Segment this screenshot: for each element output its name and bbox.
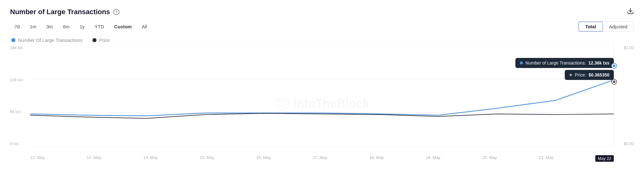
- tooltip-large-tx: Number of Large Transactions: 12.36k txs: [515, 58, 614, 68]
- y-right-0: $0.00: [614, 141, 634, 146]
- filter-1m[interactable]: 1m: [25, 22, 41, 31]
- x-label-15may: 15. May: [200, 155, 214, 162]
- tooltip-price-value: $0.365350: [589, 72, 609, 77]
- filter-6m[interactable]: 6m: [58, 22, 74, 31]
- legend-label-price: Price: [99, 37, 110, 43]
- help-icon[interactable]: ?: [113, 9, 119, 15]
- controls-row: 7d 1m 3m 6m 1y YTD Custom All Total Adju…: [10, 21, 634, 32]
- tooltip-dot-dark: [569, 73, 572, 76]
- tooltip-price: Price: $0.365350: [565, 70, 614, 80]
- chart-area: 18k txs 12k txs 6k txs 0 txs $1.00 $0.00: [10, 45, 634, 168]
- tooltip-large-tx-label: Number of Large Transactions:: [525, 60, 586, 65]
- filter-3m[interactable]: 3m: [42, 22, 58, 31]
- legend-dot-dark: [92, 38, 97, 42]
- y-right-1: $1.00: [614, 45, 634, 50]
- filter-all[interactable]: All: [137, 22, 152, 31]
- x-label-17may: 17. May: [313, 155, 327, 162]
- chart-container: Number of Large Transactions ? 7d 1m 3m …: [0, 0, 644, 192]
- tooltip-price-label: Price:: [575, 72, 586, 77]
- x-label-20may: 20. May: [482, 155, 497, 162]
- y-axis-left: 18k txs 12k txs 6k txs 0 txs: [10, 45, 30, 146]
- y-label-18k: 18k txs: [10, 45, 30, 50]
- legend-label-large-tx: Number Of Large Transactions: [18, 37, 82, 43]
- x-label-18may: 18. May: [369, 155, 384, 162]
- tooltip-container: Number of Large Transactions: 12.36k txs…: [515, 58, 614, 80]
- filter-7d[interactable]: 7d: [10, 22, 24, 31]
- tooltip-dot-blue: [520, 61, 523, 65]
- tooltip-large-tx-value: 12.36k txs: [588, 60, 609, 65]
- legend-price: Price: [92, 37, 110, 43]
- view-adjusted[interactable]: Adjusted: [603, 22, 634, 31]
- download-button[interactable]: [627, 8, 634, 16]
- x-axis: 12. May 13. May 14. May 15. May 16. May …: [30, 155, 614, 162]
- x-label-12may: 12. May: [30, 155, 45, 162]
- view-toggle: Total Adjusted: [578, 21, 634, 32]
- x-label-21may: 21. May: [539, 155, 553, 162]
- header-row: Number of Large Transactions ?: [10, 8, 634, 16]
- y-label-0: 0 txs: [10, 141, 30, 146]
- time-filters: 7d 1m 3m 6m 1y YTD Custom All: [10, 22, 152, 31]
- x-label-13may: 13. May: [87, 155, 101, 162]
- x-label-22may: May 22: [595, 155, 614, 162]
- filter-custom[interactable]: Custom: [110, 22, 136, 31]
- x-label-14may: 14. May: [143, 155, 158, 162]
- legend-row: Number Of Large Transactions Price: [10, 37, 634, 43]
- chart-title: Number of Large Transactions: [10, 8, 110, 16]
- y-axis-right: $1.00 $0.00: [614, 45, 634, 146]
- filter-1y[interactable]: 1y: [75, 22, 89, 31]
- legend-dot-blue: [11, 38, 15, 42]
- marker-price: [612, 80, 616, 84]
- view-total[interactable]: Total: [579, 22, 603, 31]
- y-label-6k: 6k txs: [10, 109, 30, 114]
- legend-large-tx: Number Of Large Transactions: [11, 37, 82, 43]
- y-label-12k: 12k txs: [10, 77, 30, 82]
- x-label-16may: 16. May: [256, 155, 271, 162]
- filter-ytd[interactable]: YTD: [90, 22, 108, 31]
- marker-large-tx: [612, 64, 616, 68]
- x-label-19may: 19. May: [426, 155, 440, 162]
- title-area: Number of Large Transactions ?: [10, 8, 119, 16]
